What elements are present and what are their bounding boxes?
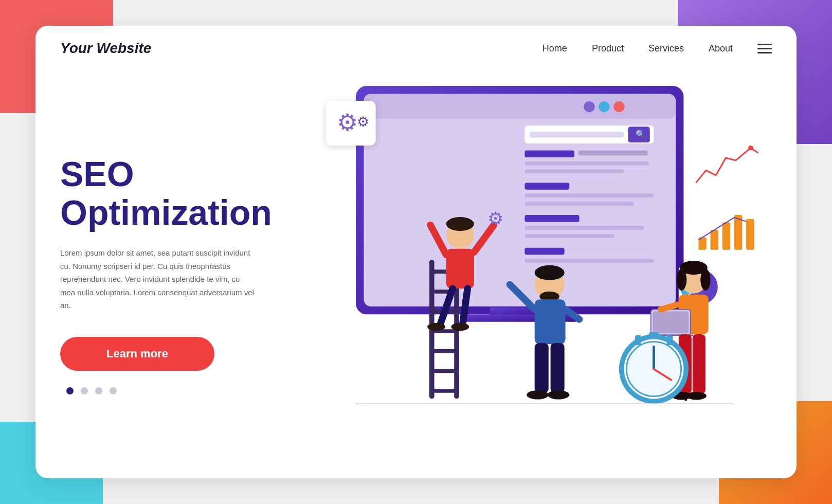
- right-panel: 🔍: [293, 71, 797, 478]
- svg-point-78: [686, 392, 707, 400]
- svg-rect-31: [711, 230, 718, 250]
- nav-about[interactable]: About: [709, 43, 733, 54]
- nav-product[interactable]: Product: [592, 43, 624, 54]
- svg-rect-20: [524, 248, 564, 255]
- svg-rect-12: [524, 161, 648, 166]
- hamburger-line-3: [757, 52, 772, 53]
- svg-rect-72: [653, 311, 689, 333]
- nav-links: Home Product Services About: [542, 43, 772, 54]
- svg-rect-19: [524, 234, 614, 238]
- dot-4[interactable]: [110, 387, 117, 394]
- svg-text:⚙: ⚙: [357, 114, 369, 130]
- svg-line-52: [463, 289, 468, 325]
- svg-rect-40: [429, 349, 459, 353]
- svg-point-3: [584, 101, 594, 112]
- pagination-dots: [66, 387, 268, 394]
- svg-rect-87: [667, 335, 673, 345]
- navbar: Your Website Home Product Services About: [35, 26, 797, 71]
- dot-3[interactable]: [95, 387, 102, 394]
- svg-point-56: [535, 265, 565, 280]
- hero-description: Lorem ipsum dolor sit amet, sea putant s…: [60, 246, 256, 312]
- svg-rect-10: [524, 151, 574, 158]
- hamburger-menu[interactable]: [757, 44, 772, 53]
- svg-rect-21: [524, 259, 654, 263]
- svg-rect-14: [524, 183, 569, 190]
- svg-rect-61: [535, 343, 549, 393]
- nav-home[interactable]: Home: [542, 43, 567, 54]
- left-panel: SEO Optimization Lorem ipsum dolor sit a…: [35, 71, 293, 478]
- svg-rect-47: [446, 249, 474, 289]
- svg-text:🔍: 🔍: [636, 129, 646, 139]
- svg-rect-15: [524, 194, 654, 198]
- main-card: Your Website Home Product Services About…: [35, 26, 797, 478]
- brand-logo[interactable]: Your Website: [60, 40, 151, 57]
- svg-rect-76: [693, 334, 706, 394]
- svg-rect-85: [649, 332, 659, 338]
- svg-point-68: [700, 268, 710, 290]
- svg-rect-11: [578, 151, 648, 156]
- svg-rect-58: [535, 299, 566, 344]
- svg-rect-2: [364, 94, 676, 118]
- svg-rect-16: [524, 202, 634, 206]
- svg-text:⚙: ⚙: [337, 109, 358, 136]
- svg-rect-62: [551, 343, 565, 393]
- dot-1[interactable]: [66, 387, 74, 394]
- svg-text:⚙: ⚙: [487, 209, 503, 228]
- svg-rect-17: [524, 215, 579, 222]
- svg-rect-34: [746, 219, 754, 250]
- nav-services[interactable]: Services: [648, 43, 684, 54]
- svg-point-67: [677, 268, 686, 290]
- svg-point-63: [527, 390, 548, 399]
- svg-rect-7: [530, 132, 624, 138]
- svg-rect-79: [684, 393, 687, 401]
- svg-point-64: [548, 390, 569, 399]
- svg-point-53: [427, 323, 445, 331]
- svg-rect-18: [524, 226, 644, 230]
- svg-point-4: [599, 101, 609, 112]
- hamburger-line-1: [757, 44, 772, 45]
- hamburger-line-2: [757, 48, 772, 49]
- dot-2[interactable]: [81, 387, 88, 394]
- svg-rect-86: [635, 335, 641, 345]
- svg-point-5: [613, 101, 624, 112]
- svg-point-54: [451, 323, 469, 331]
- hero-title: SEO Optimization: [60, 155, 268, 232]
- content-area: SEO Optimization Lorem ipsum dolor sit a…: [35, 71, 797, 478]
- svg-rect-38: [429, 389, 459, 393]
- illustration-svg: 🔍: [293, 71, 797, 478]
- svg-point-46: [446, 217, 474, 231]
- svg-point-28: [748, 146, 753, 151]
- svg-rect-39: [429, 369, 459, 373]
- svg-rect-13: [524, 169, 624, 173]
- learn-more-button[interactable]: Learn more: [60, 337, 214, 371]
- svg-rect-32: [722, 223, 730, 250]
